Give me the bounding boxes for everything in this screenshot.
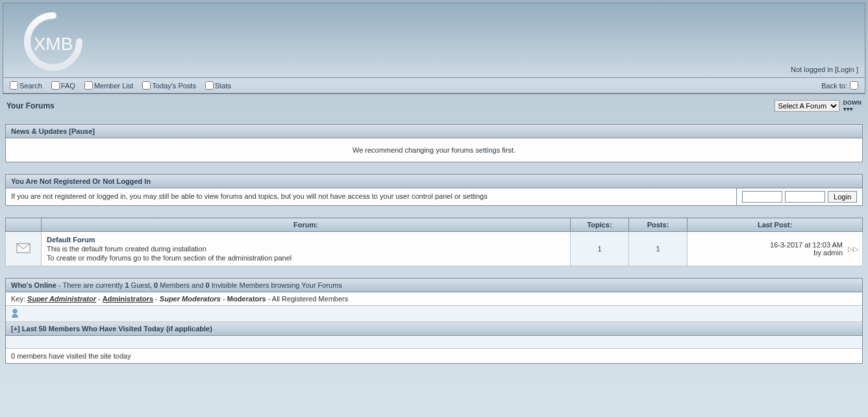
back-to-label: Back to: bbox=[821, 82, 847, 90]
th-icon bbox=[6, 218, 42, 232]
nav-search[interactable]: Search bbox=[10, 81, 42, 90]
login-status-suffix: ] bbox=[854, 66, 858, 73]
th-topics: Topics: bbox=[571, 218, 629, 232]
lastpost-date: 16-3-2017 at 12:03 AM bbox=[693, 241, 843, 249]
login-message: If you are not registered or logged in, … bbox=[6, 188, 737, 205]
lastpost-cell: 16-3-2017 at 12:03 AM by admin ▷▷ bbox=[688, 232, 863, 266]
nav-member-list[interactable]: Member List bbox=[84, 81, 134, 90]
whos-online-panel: Who's Online - There are currently 1 Gue… bbox=[5, 278, 863, 364]
user-icon bbox=[11, 309, 19, 318]
key-admin: Administrators bbox=[103, 295, 153, 303]
forum-desc2: To create or modify forums go to the for… bbox=[47, 254, 565, 262]
news-body: We recommend changing your forums settin… bbox=[6, 138, 862, 162]
lastpost-by: by admin bbox=[693, 249, 843, 257]
key-smod: Super Moderators bbox=[160, 295, 221, 303]
key-super-admin: Super Administrator bbox=[27, 295, 96, 303]
xmb-logo: XMB bbox=[18, 12, 89, 72]
news-panel: News & Updates [Pause] We recommend chan… bbox=[5, 124, 863, 162]
pause-link[interactable]: Pause bbox=[71, 127, 92, 135]
envelope-icon bbox=[16, 247, 31, 255]
svg-point-2 bbox=[13, 309, 17, 313]
nav-faq[interactable]: FAQ bbox=[51, 81, 75, 90]
table-row: Default Forum This is the default forum … bbox=[6, 232, 863, 266]
goto-lastpost-icon[interactable]: ▷▷ bbox=[848, 245, 858, 253]
forum-table: Forum: Topics: Posts: Last Post: Default… bbox=[5, 218, 863, 266]
nav-faq-checkbox[interactable] bbox=[51, 81, 60, 90]
forum-icon-cell bbox=[6, 232, 42, 266]
login-status: Not logged in [Login ] bbox=[791, 66, 858, 73]
nav-stats[interactable]: Stats bbox=[205, 81, 231, 90]
login-link[interactable]: Login bbox=[837, 66, 854, 73]
nav-todays-checkbox[interactable] bbox=[142, 81, 151, 90]
key-row: Key: Super Administrator - Administrator… bbox=[6, 292, 862, 306]
th-forum: Forum: bbox=[42, 218, 571, 232]
login-button[interactable]: Login bbox=[828, 191, 857, 203]
nav-search-checkbox[interactable] bbox=[10, 81, 18, 90]
th-lastpost: Last Post: bbox=[688, 218, 863, 232]
login-form: Login bbox=[737, 188, 862, 205]
down-icon[interactable]: DOWN▾▾▾ bbox=[843, 99, 862, 112]
key-mod: Moderators bbox=[227, 295, 266, 303]
posts-count: 1 bbox=[629, 232, 688, 266]
visited-row: 0 members have visited the site today bbox=[6, 349, 862, 363]
svg-text:XMB: XMB bbox=[34, 34, 73, 54]
nav-memberlist-checkbox[interactable] bbox=[84, 81, 93, 90]
forum-name: Default Forum bbox=[47, 236, 565, 244]
nav-todays-posts[interactable]: Today's Posts bbox=[142, 81, 196, 90]
header-banner: XMB Not logged in [Login ] bbox=[3, 3, 865, 78]
forum-select[interactable]: Select A Forum bbox=[775, 100, 839, 112]
back-to-checkbox[interactable] bbox=[850, 81, 858, 90]
whos-online-title: Who's Online bbox=[11, 281, 56, 289]
back-to: Back to: bbox=[821, 81, 858, 90]
password-input[interactable] bbox=[785, 191, 825, 203]
empty-row bbox=[6, 336, 862, 349]
online-users-row bbox=[6, 306, 862, 322]
news-header: News & Updates [Pause] bbox=[6, 125, 862, 138]
nav-stats-checkbox[interactable] bbox=[205, 81, 214, 90]
page-title: Your Forums bbox=[6, 101, 55, 110]
navbar: Search FAQ Member List Today's Posts Sta… bbox=[3, 78, 865, 94]
login-panel-header: You Are Not Registered Or Not Logged In bbox=[5, 174, 863, 188]
login-status-prefix: Not logged in [ bbox=[791, 66, 837, 73]
whos-online-header: Who's Online - There are currently 1 Gue… bbox=[6, 279, 862, 292]
settings-link[interactable]: settings bbox=[475, 146, 500, 154]
topics-count: 1 bbox=[571, 232, 629, 266]
login-panel: You Are Not Registered Or Not Logged In … bbox=[5, 174, 863, 206]
forum-desc1: This is the default forum created during… bbox=[47, 245, 565, 253]
last50-header[interactable]: [+] Last 50 Members Who Have Visited Tod… bbox=[6, 322, 862, 336]
th-posts: Posts: bbox=[629, 218, 688, 232]
forum-cell[interactable]: Default Forum This is the default forum … bbox=[42, 232, 571, 266]
username-input[interactable] bbox=[742, 191, 782, 203]
